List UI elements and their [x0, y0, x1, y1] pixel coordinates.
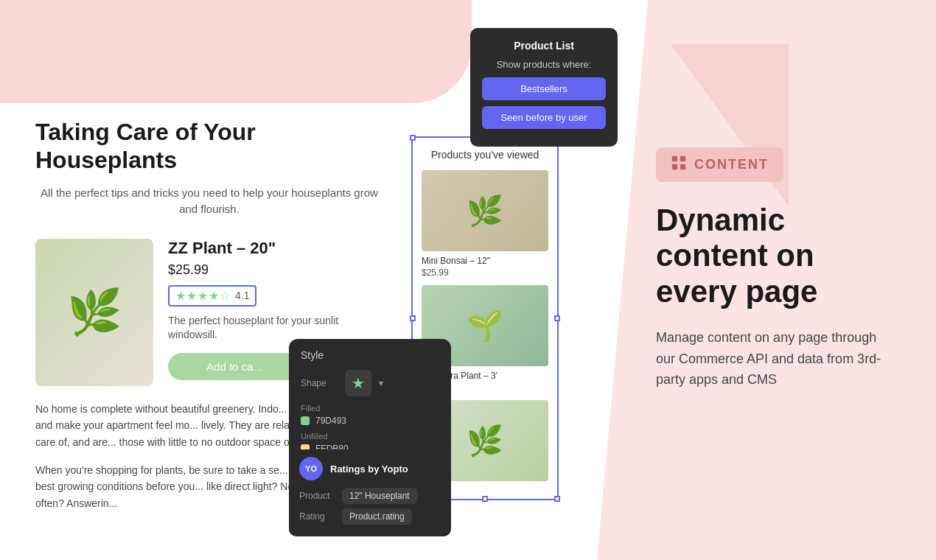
heading-line2: every page — [656, 274, 817, 309]
right-heading: Dynamic content on every page — [656, 203, 892, 309]
filled-label: Filled — [301, 404, 439, 413]
add-to-cart-button[interactable]: Add to ca... — [168, 353, 301, 380]
mini-product-price-1: $25.99 — [422, 267, 548, 278]
badge-icon — [671, 155, 687, 175]
star-icons: ★★★★☆ — [175, 289, 231, 303]
rating-key: Rating — [299, 511, 335, 522]
right-body-text: Manage content on any page through our C… — [656, 327, 892, 391]
style-panel-title: Style — [301, 349, 439, 361]
ratings-header: YO Ratings by Yopto — [299, 457, 441, 480]
rating-number: 4.1 — [235, 290, 249, 301]
page-subtitle: All the perfect tips and tricks you need… — [35, 185, 383, 218]
rating-row: Rating Product.rating — [299, 508, 441, 525]
filled-color-row: 79D493 — [301, 416, 439, 426]
badge-text: CONTENT — [694, 157, 769, 172]
star-icon: ★ — [352, 374, 365, 392]
content-badge: CONTENT — [656, 147, 783, 182]
style-shape-row: Shape ★ ▾ — [301, 370, 439, 396]
svg-rect-3 — [680, 164, 685, 169]
svg-rect-0 — [672, 156, 677, 161]
rating-box: ★★★★☆ 4.1 — [168, 285, 256, 307]
resize-handle-mr[interactable] — [554, 315, 560, 321]
rating-value: Product.rating — [342, 508, 412, 525]
product-name: ZZ Plant – 20" — [168, 239, 383, 258]
unfilled-label: Unfilled — [301, 432, 439, 441]
product-value: 12" Houseplant — [342, 488, 417, 504]
right-section: CONTENT Dynamic content on every page Ma… — [597, 0, 936, 560]
plant-emoji: 🌿 — [35, 239, 153, 386]
product-price: $25.99 — [168, 262, 383, 278]
popup-subtitle: Show products where: — [482, 59, 606, 70]
product-key: Product — [299, 491, 335, 501]
product-image: 🌿 — [35, 239, 153, 386]
filled-color-value: 79D493 — [315, 416, 346, 426]
svg-rect-1 — [680, 156, 685, 161]
page-title: Taking Care of Your Houseplants — [35, 118, 383, 175]
list-item: 🌿 Mini Bonsai – 12" $25.99 — [422, 170, 548, 278]
heading-line1: Dynamic content on — [656, 203, 814, 273]
resize-handle-bm[interactable] — [482, 496, 488, 502]
seen-before-button[interactable]: Seen before by user — [482, 106, 606, 129]
resize-handle-ml[interactable] — [410, 315, 416, 321]
yopto-logo: YO — [299, 457, 323, 480]
resize-handle-tl[interactable] — [410, 135, 416, 141]
bestsellers-button[interactable]: Bestsellers — [482, 77, 606, 100]
style-panel: Style Shape ★ ▾ Filled 79D493 Unfilled F… — [289, 339, 451, 464]
product-list-popup: Product List Show products where: Bestse… — [470, 28, 618, 147]
dropdown-chevron[interactable]: ▾ — [379, 378, 383, 388]
svg-rect-2 — [672, 164, 677, 169]
star-shape-preview: ★ — [345, 370, 371, 396]
mini-product-name-1: Mini Bonsai – 12" — [422, 256, 548, 266]
resize-handle-br[interactable] — [554, 496, 560, 502]
ratings-title: Ratings by Yopto — [330, 463, 408, 475]
widget-title: Products you've viewed — [422, 148, 548, 161]
product-row: Product 12" Houseplant — [299, 488, 441, 504]
ratings-panel: YO Ratings by Yopto Product 12" Housepla… — [289, 449, 451, 536]
popup-title: Product List — [482, 40, 606, 52]
filled-color-dot — [301, 416, 310, 425]
filled-section: Filled 79D493 — [301, 404, 439, 426]
shape-label: Shape — [301, 378, 338, 388]
mini-product-image-1: 🌿 — [422, 170, 548, 251]
